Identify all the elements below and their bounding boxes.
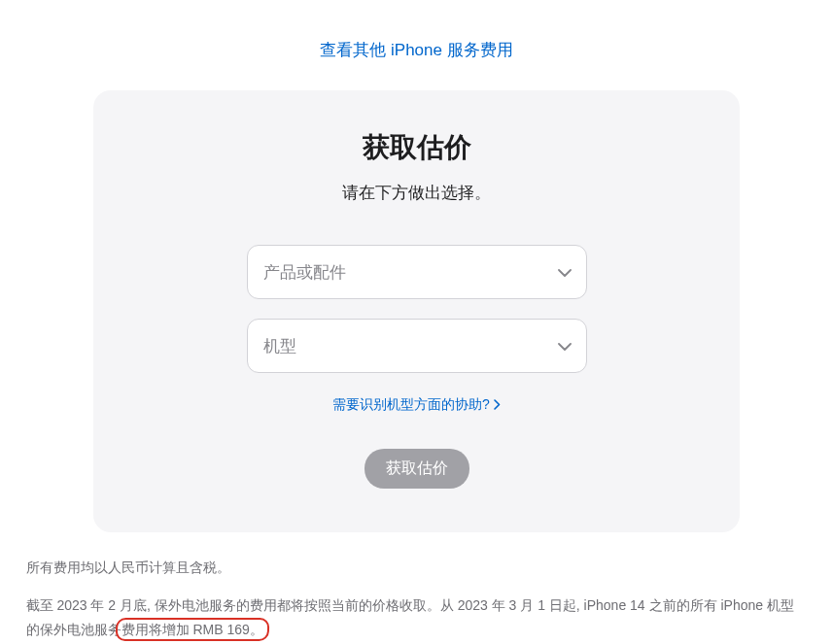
product-select-placeholder: 产品或配件 [263, 261, 346, 284]
model-select[interactable]: 机型 [247, 319, 587, 373]
product-select[interactable]: 产品或配件 [247, 245, 587, 299]
footer-line-2: 截至 2023 年 2 月底, 保外电池服务的费用都将按照当前的价格收取。从 2… [26, 593, 808, 642]
footer-line-1: 所有费用均以人民币计算且含税。 [26, 556, 808, 580]
view-other-services-link[interactable]: 查看其他 iPhone 服务费用 [320, 41, 512, 59]
estimate-card: 获取估价 请在下方做出选择。 产品或配件 机型 需要识别机型方面的协助? 获取估… [93, 90, 740, 532]
footer-line-2-highlight: 费用将增加 RMB 169。 [121, 622, 263, 637]
identify-model-help-link[interactable]: 需要识别机型方面的协助? [332, 396, 501, 414]
model-select-placeholder: 机型 [263, 335, 296, 357]
help-link-text: 需要识别机型方面的协助? [332, 396, 490, 414]
chevron-right-icon [494, 397, 501, 413]
model-select-wrap: 机型 [247, 319, 587, 373]
footer-notes: 所有费用均以人民币计算且含税。 截至 2023 年 2 月底, 保外电池服务的费… [18, 556, 816, 643]
product-select-wrap: 产品或配件 [247, 245, 587, 299]
get-estimate-button[interactable]: 获取估价 [364, 449, 469, 489]
card-subtitle: 请在下方做出选择。 [152, 182, 681, 204]
top-link-container: 查看其他 iPhone 服务费用 [0, 0, 833, 90]
card-title: 获取估价 [152, 129, 681, 166]
